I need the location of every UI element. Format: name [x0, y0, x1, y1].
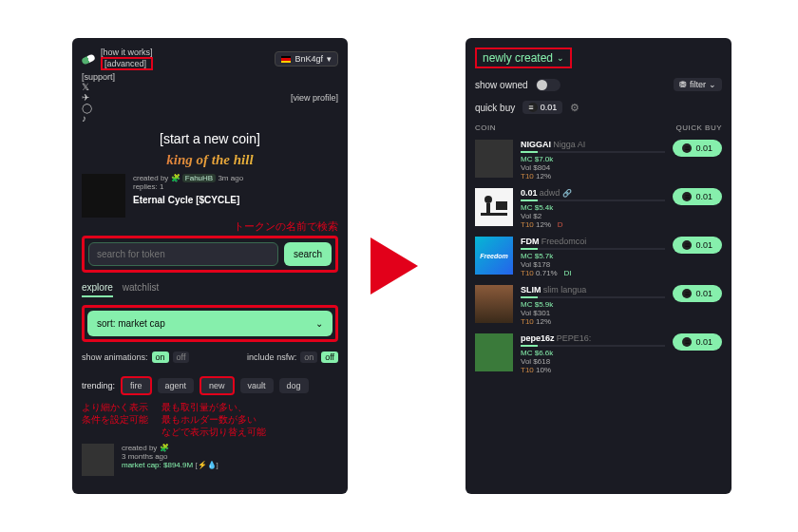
trending-label: trending:: [82, 381, 115, 390]
solana-icon: ≡: [528, 103, 538, 112]
token-search-input[interactable]: [88, 242, 278, 266]
search-button[interactable]: search: [284, 242, 332, 266]
pill-logo-icon: [81, 53, 96, 65]
coin-thumbnail: Freedom: [475, 237, 513, 275]
gear-icon[interactable]: ⚙: [570, 102, 580, 114]
svg-rect-3: [481, 213, 507, 216]
coin-thumbnail: [475, 140, 513, 178]
svg-point-1: [484, 196, 492, 203]
newly-created-select[interactable]: newly created ⌄: [475, 48, 572, 68]
quick-buy-button[interactable]: ≡0.01: [673, 188, 722, 205]
coin-row[interactable]: SLIM slim langua MC $5.9k Vol $301 T10 1…: [475, 285, 722, 326]
column-quickbuy: QUICK BUY: [675, 124, 722, 132]
progress-bar: [521, 200, 665, 201]
quick-buy-button[interactable]: ≡0.01: [673, 285, 722, 302]
sort-select[interactable]: sort: market cap ⌄: [87, 311, 332, 336]
how-it-works-link[interactable]: [how it works]: [101, 48, 153, 57]
animations-label: show animations:: [82, 352, 148, 362]
main-screen: [how it works] [advanced] BnK4gf ▾ [supp…: [72, 38, 348, 494]
x-icon[interactable]: 𝕏: [82, 82, 115, 92]
chevron-down-icon: ⌄: [315, 318, 323, 329]
king-of-the-hill-heading: king of the hill: [82, 152, 338, 168]
flag-icon: [281, 56, 291, 63]
solana-icon: ≡: [682, 192, 692, 201]
solana-icon: ≡: [682, 289, 692, 298]
support-link[interactable]: [support]: [82, 72, 115, 82]
animations-off-button[interactable]: off: [173, 352, 190, 363]
solana-icon: ≡: [682, 240, 692, 250]
svg-rect-0: [496, 201, 507, 210]
arrow-right-icon: [370, 238, 418, 294]
coin-thumbnail: [82, 444, 114, 476]
solana-icon: ≡: [682, 143, 692, 153]
quick-buy-amount-input[interactable]: ≡ 0.01: [522, 101, 562, 114]
search-bar-callout: search: [82, 236, 338, 273]
coin-row[interactable]: Freedom FDM Freedomcoi MC $5.7k Vol $178…: [475, 237, 722, 277]
show-owned-label: show owned: [475, 80, 528, 90]
coin-thumbnail: [475, 188, 513, 226]
quick-buy-button[interactable]: ≡0.01: [673, 237, 722, 254]
jp-search-annotation: トークンの名前で検索: [82, 219, 338, 234]
animations-on-button[interactable]: on: [152, 352, 169, 363]
quick-buy-label: quick buy: [475, 103, 515, 113]
tab-explore[interactable]: explore: [82, 282, 113, 297]
chevron-down-icon: ⌄: [709, 80, 716, 89]
creator-chip[interactable]: FahuHB: [182, 174, 216, 182]
telegram-icon[interactable]: ✈: [82, 92, 115, 103]
coin-row[interactable]: NIGGAI Nigga AI MC $7.0k Vol $804 T10 12…: [475, 140, 722, 180]
quick-buy-button[interactable]: ≡0.01: [673, 140, 722, 157]
progress-bar: [521, 345, 665, 347]
advanced-link[interactable]: [advanced]: [101, 57, 153, 70]
di-badge: DI: [563, 269, 571, 277]
featured-title: Eternal Cycle [$CYCLE]: [133, 195, 243, 205]
coin-row[interactable]: pepe16z PEPE16: MC $6.6k Vol $618 T10 10…: [475, 333, 722, 374]
instagram-icon[interactable]: ◯: [82, 103, 115, 113]
d-badge: D: [558, 220, 563, 229]
trending-chip-fire[interactable]: fire: [121, 376, 152, 395]
trending-chip-vault[interactable]: vault: [240, 378, 274, 393]
jp-right-annotation: 最も取引量が多い、 最もホルダー数が多い などで表示切り替え可能: [162, 401, 266, 438]
trending-chip-new[interactable]: new: [200, 376, 235, 395]
coin-thumbnail: [475, 285, 513, 323]
view-profile-link[interactable]: [view profile]: [291, 93, 338, 103]
progress-bar: [521, 248, 665, 250]
solana-icon: ≡: [682, 337, 692, 347]
trending-chip-agent[interactable]: agent: [158, 378, 195, 393]
advanced-screen: newly created ⌄ show owned ⛃ filter ⌄ qu…: [466, 38, 732, 494]
start-new-coin-button[interactable]: [start a new coin]: [82, 131, 338, 146]
filter-button[interactable]: ⛃ filter ⌄: [674, 78, 722, 91]
chevron-down-icon: ▾: [327, 54, 332, 64]
nsfw-label: include nsfw:: [247, 352, 296, 362]
jp-left-annotation: より細かく表示 条件を設定可能: [82, 401, 148, 438]
featured-coin-card[interactable]: created by 🧩 FahuHB 3m ago replies: 1 Et…: [82, 174, 338, 218]
list-coin-card[interactable]: created by 🧩 3 months ago market cap: $8…: [82, 444, 338, 476]
coin-thumbnail: [475, 333, 513, 371]
wallet-chip[interactable]: BnK4gf ▾: [275, 51, 338, 66]
coin-row[interactable]: 0.01 adwd 🔗 MC $5.4k Vol $2 T10 12% D ≡0…: [475, 188, 722, 229]
tab-watchlist[interactable]: watchlist: [123, 282, 159, 297]
show-owned-toggle[interactable]: [536, 79, 560, 91]
sort-callout: sort: market cap ⌄: [82, 305, 338, 342]
link-icon[interactable]: 🔗: [562, 189, 572, 198]
column-coin: COIN: [475, 124, 496, 132]
nsfw-on-button[interactable]: on: [300, 352, 317, 363]
progress-bar: [521, 151, 665, 153]
chevron-down-icon: ⌄: [557, 53, 564, 63]
trending-chip-dog[interactable]: dog: [279, 378, 309, 393]
badges-icon: [⚡💧]: [195, 461, 218, 469]
filter-icon: ⛃: [679, 80, 687, 89]
featured-thumbnail: [82, 174, 125, 218]
tiktok-icon[interactable]: ♪: [82, 113, 115, 124]
progress-bar: [521, 296, 665, 298]
quick-buy-button[interactable]: ≡0.01: [673, 333, 722, 351]
nsfw-off-button[interactable]: off: [321, 352, 338, 363]
